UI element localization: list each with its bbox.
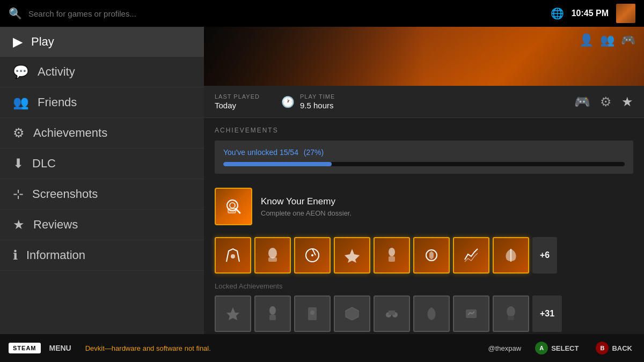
- svg-rect-23: [508, 316, 514, 320]
- achievements-progress-bar-bg: [223, 162, 625, 166]
- friends-header-icon[interactable]: 👤: [579, 33, 594, 47]
- sidebar-item-friends[interactable]: 👥 Friends: [0, 87, 204, 118]
- achievement-thumb-4[interactable]: [334, 237, 370, 274]
- achievement-thumb-6[interactable]: [413, 237, 450, 274]
- steam-badge: STEAM: [9, 343, 41, 353]
- devkit-notice: Devkit—hardware and software not final.: [85, 344, 480, 352]
- sidebar-label-reviews: Reviews: [33, 218, 78, 232]
- back-label: BACK: [612, 344, 632, 352]
- svg-rect-11: [389, 256, 395, 262]
- achievements-section-title: ACHIEVEMENTS: [215, 127, 633, 134]
- sidebar-label-friends: Friends: [38, 95, 77, 109]
- sidebar-item-screenshots[interactable]: ⊹ Screenshots: [0, 179, 204, 210]
- svg-line-2: [236, 209, 240, 213]
- achievements-icon: ⚙: [13, 125, 25, 141]
- svg-point-17: [310, 311, 314, 315]
- game-header-icons: 👤 👥 🎮: [579, 33, 635, 47]
- controller-action-icon[interactable]: 🎮: [574, 94, 590, 109]
- sidebar-label-achievements: Achievements: [33, 126, 107, 140]
- more-locked-badge[interactable]: +31: [532, 295, 562, 332]
- select-hint: A SELECT: [535, 342, 582, 354]
- svg-point-14: [269, 306, 276, 315]
- play-time-label: PLAY TIME: [300, 93, 335, 100]
- locked-thumb-3[interactable]: [294, 295, 331, 332]
- stats-actions: 🎮 ⚙ ★: [574, 94, 633, 109]
- sidebar-item-achievements[interactable]: ⚙ Achievements: [0, 118, 204, 149]
- featured-achievement: Know Your Enemy Complete one AEON dossie…: [215, 182, 633, 231]
- dlc-icon: ⬇: [13, 156, 24, 171]
- play-time-stat: 🕐 PLAY TIME 9.5 hours: [281, 93, 335, 110]
- svg-point-22: [507, 306, 515, 317]
- a-button[interactable]: A: [535, 342, 548, 354]
- main-layout: ▶ Play 💬 Activity 👥 Friends ⚙ Achievemen…: [0, 27, 644, 334]
- achievement-thumb-3[interactable]: [294, 237, 331, 274]
- settings-action-icon[interactable]: ⚙: [600, 94, 612, 109]
- friends-icon: 👥: [13, 95, 29, 110]
- user-avatar[interactable]: [616, 4, 635, 23]
- locked-achievement-grid: +31: [215, 295, 633, 332]
- svg-rect-6: [268, 257, 277, 262]
- locked-thumb-8[interactable]: [493, 295, 529, 332]
- select-label: SELECT: [551, 344, 579, 352]
- featured-achievement-desc: Complete one AEON dossier.: [261, 209, 352, 217]
- achievement-thumb-2[interactable]: [254, 237, 291, 274]
- unlocked-achievement-grid: +6: [215, 237, 633, 274]
- menu-label[interactable]: MENU: [49, 344, 71, 352]
- sidebar-item-information[interactable]: ℹ Information: [0, 240, 204, 271]
- information-icon: ℹ: [13, 248, 18, 263]
- sidebar-item-play[interactable]: ▶ Play: [0, 27, 204, 57]
- play-icon: ▶: [13, 34, 23, 49]
- sidebar-item-reviews[interactable]: ★ Reviews: [0, 210, 204, 240]
- clock-icon: 🕐: [281, 95, 295, 108]
- sidebar-label-activity: Activity: [38, 65, 75, 79]
- locked-thumb-5[interactable]: [374, 295, 410, 332]
- featured-achievement-icon: [215, 188, 252, 225]
- locked-thumb-4[interactable]: [334, 295, 370, 332]
- b-button[interactable]: B: [596, 342, 609, 354]
- svg-point-10: [389, 248, 395, 256]
- top-bar: 🔍 🌐 10:45 PM: [0, 0, 644, 27]
- svg-rect-20: [389, 311, 395, 315]
- locked-thumb-6[interactable]: [413, 295, 450, 332]
- svg-rect-3: [228, 209, 236, 213]
- group-header-icon[interactable]: 👥: [600, 33, 614, 47]
- play-time-block: PLAY TIME 9.5 hours: [300, 93, 335, 110]
- search-icon: 🔍: [9, 7, 22, 20]
- more-unlocked-badge[interactable]: +6: [532, 237, 557, 274]
- achievements-section: ACHIEVEMENTS You've unlocked 15/54 (27%): [204, 118, 644, 334]
- stats-bar: LAST PLAYED Today 🕐 PLAY TIME 9.5 hours …: [204, 86, 644, 118]
- svg-point-5: [268, 248, 277, 258]
- achievements-progress-text: You've unlocked 15/54 (27%): [223, 148, 625, 157]
- screenshots-icon: ⊹: [13, 187, 24, 202]
- locked-thumb-7[interactable]: [453, 295, 489, 332]
- content-area: 👤 👥 🎮 LAST PLAYED Today 🕐 PLAY TIME 9.5 …: [204, 27, 644, 334]
- activity-icon: 💬: [13, 64, 29, 79]
- achievements-progress-container: You've unlocked 15/54 (27%): [215, 141, 633, 174]
- sidebar-item-dlc[interactable]: ⬇ DLC: [0, 149, 204, 179]
- locked-thumb-2[interactable]: [254, 295, 291, 332]
- svg-rect-15: [269, 315, 276, 320]
- featured-achievement-info: Know Your Enemy Complete one AEON dossie…: [261, 196, 352, 217]
- reviews-icon: ★: [13, 217, 25, 232]
- achievement-thumb-1[interactable]: [215, 237, 251, 274]
- controller-header-icon[interactable]: 🎮: [621, 33, 635, 47]
- achievements-pct-text: (27%): [304, 148, 324, 157]
- username-display: @thexpaw: [488, 344, 522, 352]
- globe-icon[interactable]: 🌐: [551, 7, 564, 20]
- play-time-value: 9.5 hours: [300, 101, 335, 110]
- game-header-banner: 👤 👥 🎮: [204, 27, 644, 86]
- favorite-action-icon[interactable]: ★: [621, 94, 633, 109]
- achievements-progress-bar-fill: [223, 162, 332, 166]
- locked-thumb-1[interactable]: [215, 295, 251, 332]
- last-played-label: LAST PLAYED: [215, 93, 260, 100]
- sidebar-label-dlc: DLC: [32, 157, 56, 171]
- achievement-thumb-5[interactable]: [374, 237, 410, 274]
- svg-point-1: [230, 203, 235, 208]
- bottom-bar: STEAM MENU Devkit—hardware and software …: [0, 334, 644, 362]
- achievement-thumb-8[interactable]: [493, 237, 529, 274]
- search-input[interactable]: [28, 9, 544, 18]
- svg-point-4: [231, 254, 235, 258]
- sidebar-item-activity[interactable]: 💬 Activity: [0, 57, 204, 87]
- achievement-thumb-7[interactable]: [453, 237, 489, 274]
- top-right-controls: 🌐 10:45 PM: [551, 4, 635, 23]
